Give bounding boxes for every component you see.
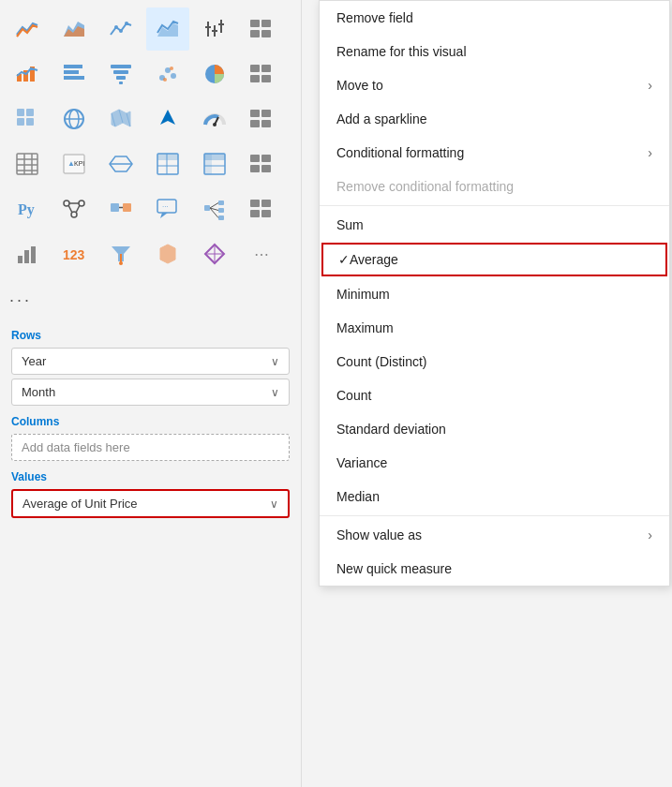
svg-rect-34 xyxy=(250,75,260,82)
average-unit-price-pill[interactable]: Average of Unit Price ∨ xyxy=(11,489,290,518)
custom-visual-icon[interactable]: ⋯ xyxy=(240,232,283,275)
svg-text:KPI: KPI xyxy=(74,160,84,167)
maximum-item[interactable]: Maximum xyxy=(320,311,669,345)
svg-rect-47 xyxy=(261,110,271,117)
kpi-icon[interactable]: ▲ KPI xyxy=(52,142,96,186)
decomp-tree-icon[interactable] xyxy=(193,187,236,230)
add-sparkline-item[interactable]: Add a sparkline xyxy=(320,102,669,136)
rows-label: Rows xyxy=(11,329,290,342)
python-icon[interactable]: Py xyxy=(6,187,49,230)
remove-field-item[interactable]: Remove field xyxy=(320,1,669,35)
transform-icon[interactable] xyxy=(99,187,142,230)
new-quick-measure-item[interactable]: New quick measure xyxy=(320,552,669,586)
svg-rect-21 xyxy=(64,65,82,68)
remove-conditional-label: Remove conditional formatting xyxy=(336,179,514,194)
scatter-chart-icon[interactable] xyxy=(146,52,189,96)
count-distinct-item[interactable]: Count (Distinct) xyxy=(320,345,669,379)
more-visuals5-icon[interactable] xyxy=(240,187,283,230)
area-chart-icon[interactable] xyxy=(52,7,96,51)
month-field-pill[interactable]: Month ∨ xyxy=(11,379,290,406)
nav-icon[interactable] xyxy=(146,97,189,141)
speech-bubble-icon[interactable]: ··· xyxy=(146,187,189,230)
sum-item[interactable]: Sum xyxy=(320,208,669,242)
svg-rect-97 xyxy=(24,250,29,263)
matrix3-icon[interactable] xyxy=(193,142,236,186)
svg-point-2 xyxy=(114,25,118,29)
year-field-label: Year xyxy=(22,354,46,368)
median-item[interactable]: Median xyxy=(320,480,669,513)
show-value-as-item[interactable]: Show value as › xyxy=(320,518,669,552)
count-item[interactable]: Count xyxy=(320,379,669,412)
svg-marker-43 xyxy=(160,110,175,125)
svg-rect-19 xyxy=(64,76,84,80)
line-chart2-icon[interactable] xyxy=(99,7,142,51)
svg-rect-70 xyxy=(250,165,260,172)
pie-chart-icon[interactable] xyxy=(193,52,236,96)
year-field-pill[interactable]: Year ∨ xyxy=(11,348,290,375)
filter3-icon[interactable] xyxy=(99,232,142,275)
show-value-as-label: Show value as xyxy=(336,527,422,542)
variance-item[interactable]: Variance xyxy=(320,446,669,480)
std-dev-item[interactable]: Standard deviation xyxy=(320,412,669,446)
table2-icon[interactable] xyxy=(146,142,189,186)
more-visuals-icon[interactable] xyxy=(240,7,283,51)
svg-rect-80 xyxy=(123,203,131,212)
svg-rect-92 xyxy=(250,200,260,207)
flow-icon[interactable] xyxy=(52,187,96,230)
svg-rect-93 xyxy=(261,200,271,207)
funnel-icon[interactable] xyxy=(99,52,142,96)
visual-icon-grid: ▲ KPI xyxy=(0,0,301,283)
rename-item[interactable]: Rename for this visual xyxy=(320,35,669,68)
svg-rect-95 xyxy=(261,210,271,217)
columns-label: Columns xyxy=(11,415,290,428)
svg-rect-13 xyxy=(261,20,271,27)
gauge-icon[interactable] xyxy=(193,97,236,141)
diamond-icon[interactable] xyxy=(193,232,236,275)
line-stacked-icon[interactable] xyxy=(146,7,189,51)
average-chevron-icon: ∨ xyxy=(270,497,278,511)
remove-field-label: Remove field xyxy=(336,10,413,25)
average-item[interactable]: ✓ Average xyxy=(321,243,667,276)
shape-map-icon[interactable] xyxy=(146,232,189,275)
slicer-icon[interactable] xyxy=(99,142,142,186)
add-columns-field-pill[interactable]: Add data fields here xyxy=(11,434,290,461)
svg-rect-38 xyxy=(17,118,24,126)
combo-chart-icon[interactable] xyxy=(6,52,49,96)
matrix-icon[interactable] xyxy=(6,97,49,141)
svg-rect-15 xyxy=(261,30,271,37)
conditional-formatting-arrow-icon: › xyxy=(648,145,652,160)
minimum-item[interactable]: Minimum xyxy=(320,277,669,311)
move-to-item[interactable]: Move to › xyxy=(320,68,669,102)
svg-rect-98 xyxy=(31,246,36,263)
add-sparkline-label: Add a sparkline xyxy=(336,111,427,126)
menu-divider-2 xyxy=(320,515,669,516)
move-to-arrow-icon: › xyxy=(648,78,652,93)
show-value-as-arrow-icon: › xyxy=(648,527,652,542)
svg-rect-49 xyxy=(261,120,271,127)
more-visuals3-icon[interactable] xyxy=(240,97,283,141)
svg-rect-36 xyxy=(17,109,24,116)
conditional-formatting-item[interactable]: Conditional formatting › xyxy=(320,136,669,170)
table-icon[interactable] xyxy=(6,142,49,186)
svg-line-89 xyxy=(210,203,218,209)
month-chevron-icon: ∨ xyxy=(271,386,279,399)
std-dev-label: Standard deviation xyxy=(336,422,446,437)
svg-rect-12 xyxy=(250,20,260,27)
svg-rect-79 xyxy=(111,203,119,212)
svg-point-102 xyxy=(119,261,123,265)
svg-point-45 xyxy=(213,123,217,126)
average-unit-price-label: Average of Unit Price xyxy=(22,497,138,511)
more-visuals4-icon[interactable] xyxy=(240,142,283,186)
bar-chart-icon[interactable] xyxy=(52,52,96,96)
bar-small2-icon[interactable] xyxy=(6,232,49,275)
svg-rect-20 xyxy=(64,70,79,74)
svg-rect-25 xyxy=(119,82,123,84)
numeric-icon[interactable]: 123 xyxy=(52,232,96,275)
globe-icon[interactable] xyxy=(52,97,96,141)
stock-chart-icon[interactable] xyxy=(193,7,236,51)
average-checkmark-icon: ✓ xyxy=(338,252,350,267)
line-chart-icon[interactable] xyxy=(6,7,49,51)
more-visuals-dots[interactable]: ... xyxy=(0,283,301,310)
more-visuals2-icon[interactable] xyxy=(240,52,283,96)
filled-map-icon[interactable] xyxy=(99,97,142,141)
